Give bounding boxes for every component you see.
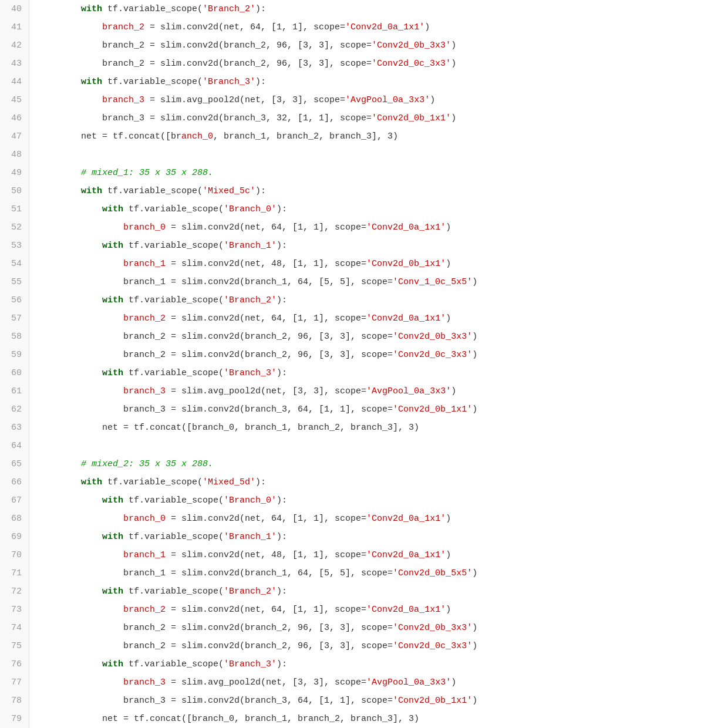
code-content: with tf.variable_scope('Branch_2'): bran… (29, 0, 728, 728)
code-line-48 (39, 146, 728, 164)
ln-64: 64 (7, 437, 22, 455)
code-line-78: branch_3 = slim.conv2d(branch_3, 64, [1,… (39, 692, 728, 710)
code-line-43: branch_2 = slim.conv2d(branch_2, 96, [3,… (39, 55, 728, 73)
ln-79: 79 (7, 710, 22, 728)
code-line-52: branch_0 = slim.conv2d(net, 64, [1, 1], … (39, 218, 728, 237)
ln-72: 72 (7, 582, 22, 601)
ln-71: 71 (7, 564, 22, 582)
code-line-49: # mixed_1: 35 x 35 x 288. (39, 164, 728, 182)
code-line-41: branch_2 = slim.conv2d(net, 64, [1, 1], … (39, 18, 728, 36)
code-line-40: with tf.variable_scope('Branch_2'): (39, 0, 728, 18)
code-line-70: branch_1 = slim.conv2d(net, 48, [1, 1], … (39, 546, 728, 564)
code-line-55: branch_1 = slim.conv2d(branch_1, 64, [5,… (39, 273, 728, 291)
ln-63: 63 (7, 419, 22, 437)
code-line-59: branch_2 = slim.conv2d(branch_2, 96, [3,… (39, 346, 728, 364)
code-line-42: branch_2 = slim.conv2d(branch_2, 96, [3,… (39, 36, 728, 55)
ln-62: 62 (7, 400, 22, 419)
ln-48: 48 (7, 146, 22, 164)
ln-55: 55 (7, 273, 22, 291)
ln-51: 51 (7, 200, 22, 218)
ln-40: 40 (7, 0, 22, 18)
code-line-60: with tf.variable_scope('Branch_3'): (39, 364, 728, 382)
ln-54: 54 (7, 255, 22, 273)
ln-45: 45 (7, 91, 22, 109)
code-line-74: branch_2 = slim.conv2d(branch_2, 96, [3,… (39, 619, 728, 637)
code-line-72: with tf.variable_scope('Branch_2'): (39, 582, 728, 601)
code-line-61: branch_3 = slim.avg_pool2d(net, [3, 3], … (39, 382, 728, 400)
ln-73: 73 (7, 601, 22, 619)
ln-61: 61 (7, 382, 22, 400)
code-line-45: branch_3 = slim.avg_pool2d(net, [3, 3], … (39, 91, 728, 109)
line-numbers: 40 41 42 43 44 45 46 47 48 49 50 51 52 5… (0, 0, 29, 728)
code-line-71: branch_1 = slim.conv2d(branch_1, 64, [5,… (39, 564, 728, 582)
ln-42: 42 (7, 36, 22, 55)
code-line-56: with tf.variable_scope('Branch_2'): (39, 291, 728, 309)
ln-47: 47 (7, 127, 22, 146)
code-line-62: branch_3 = slim.conv2d(branch_3, 64, [1,… (39, 400, 728, 419)
ln-67: 67 (7, 491, 22, 510)
code-line-64 (39, 437, 728, 455)
ln-52: 52 (7, 218, 22, 237)
ln-69: 69 (7, 528, 22, 546)
ln-60: 60 (7, 364, 22, 382)
code-line-47: net = tf.concat([branch_0, branch_1, bra… (39, 127, 728, 146)
ln-46: 46 (7, 109, 22, 127)
code-line-75: branch_2 = slim.conv2d(branch_2, 96, [3,… (39, 637, 728, 655)
code-line-73: branch_2 = slim.conv2d(net, 64, [1, 1], … (39, 601, 728, 619)
code-line-51: with tf.variable_scope('Branch_0'): (39, 200, 728, 218)
code-line-65: # mixed_2: 35 x 35 x 288. (39, 455, 728, 473)
ln-57: 57 (7, 309, 22, 328)
ln-65: 65 (7, 455, 22, 473)
ln-68: 68 (7, 510, 22, 528)
ln-74: 74 (7, 619, 22, 637)
ln-56: 56 (7, 291, 22, 309)
ln-44: 44 (7, 73, 22, 91)
ln-77: 77 (7, 673, 22, 692)
ln-41: 41 (7, 18, 22, 36)
code-editor: 40 41 42 43 44 45 46 47 48 49 50 51 52 5… (0, 0, 728, 728)
code-line-66: with tf.variable_scope('Mixed_5d'): (39, 473, 728, 491)
ln-78: 78 (7, 692, 22, 710)
code-line-50: with tf.variable_scope('Mixed_5c'): (39, 182, 728, 200)
code-line-77: branch_3 = slim.avg_pool2d(net, [3, 3], … (39, 673, 728, 692)
code-line-53: with tf.variable_scope('Branch_1'): (39, 237, 728, 255)
ln-53: 53 (7, 237, 22, 255)
code-line-76: with tf.variable_scope('Branch_3'): (39, 655, 728, 673)
code-line-58: branch_2 = slim.conv2d(branch_2, 96, [3,… (39, 328, 728, 346)
code-line-63: net = tf.concat([branch_0, branch_1, bra… (39, 419, 728, 437)
code-line-46: branch_3 = slim.conv2d(branch_3, 32, [1,… (39, 109, 728, 127)
code-line-67: with tf.variable_scope('Branch_0'): (39, 491, 728, 510)
code-line-68: branch_0 = slim.conv2d(net, 64, [1, 1], … (39, 510, 728, 528)
ln-59: 59 (7, 346, 22, 364)
ln-50: 50 (7, 182, 22, 200)
ln-66: 66 (7, 473, 22, 491)
code-line-54: branch_1 = slim.conv2d(net, 48, [1, 1], … (39, 255, 728, 273)
ln-75: 75 (7, 637, 22, 655)
code-line-44: with tf.variable_scope('Branch_3'): (39, 73, 728, 91)
ln-49: 49 (7, 164, 22, 182)
code-line-79: net = tf.concat([branch_0, branch_1, bra… (39, 710, 728, 728)
ln-70: 70 (7, 546, 22, 564)
code-line-69: with tf.variable_scope('Branch_1'): (39, 528, 728, 546)
ln-76: 76 (7, 655, 22, 673)
code-line-57: branch_2 = slim.conv2d(net, 64, [1, 1], … (39, 309, 728, 328)
ln-43: 43 (7, 55, 22, 73)
ln-58: 58 (7, 328, 22, 346)
